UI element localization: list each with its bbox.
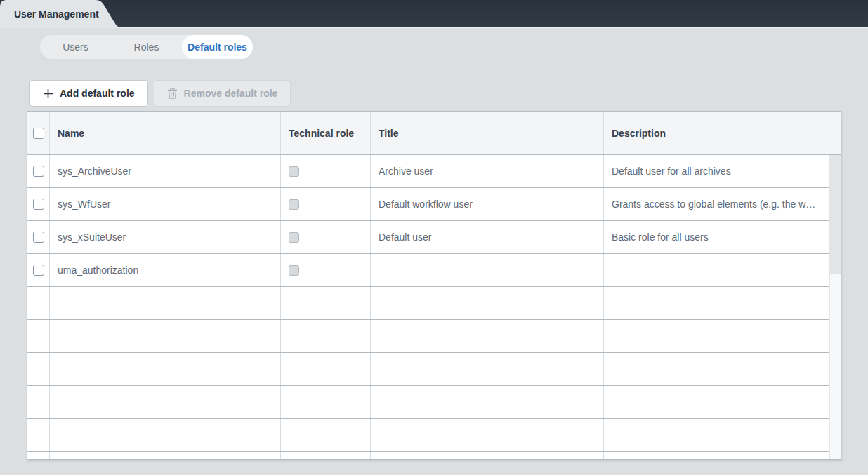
toolbar: Add default role Remove default role xyxy=(29,80,291,107)
cell-name: sys_ArchiveUser xyxy=(50,155,281,187)
table-header: Name Technical role Title Description xyxy=(27,112,841,155)
view-switcher: Users Roles Default roles xyxy=(40,35,253,59)
cell-title xyxy=(371,254,604,286)
add-default-role-label: Add default role xyxy=(60,88,135,99)
table-row[interactable]: sys_ArchiveUser Archive user Default use… xyxy=(27,155,829,188)
technical-role-checkbox xyxy=(289,166,299,177)
remove-default-role-label: Remove default role xyxy=(184,88,278,99)
technical-role-checkbox xyxy=(289,199,299,210)
row-checkbox[interactable] xyxy=(33,199,44,210)
table-row-empty xyxy=(27,419,829,452)
cell-description: Basic role for all users xyxy=(604,221,829,253)
table-row-empty xyxy=(27,320,829,353)
column-header-name[interactable]: Name xyxy=(50,112,281,154)
scrollbar-thumb[interactable] xyxy=(830,155,841,274)
trash-icon xyxy=(167,88,178,99)
app-window: User Management Users Roles Default role… xyxy=(0,0,868,475)
empty-cell xyxy=(50,287,281,319)
empty-cell xyxy=(604,419,829,451)
tab-roles[interactable]: Roles xyxy=(111,35,182,59)
empty-cell xyxy=(604,452,829,459)
table-rows: sys_ArchiveUser Archive user Default use… xyxy=(27,155,829,459)
row-select-cell xyxy=(27,221,50,253)
default-roles-table: Name Technical role Title Description sy… xyxy=(27,111,841,460)
empty-cell xyxy=(371,320,604,352)
empty-cell xyxy=(50,353,281,385)
row-select-cell xyxy=(27,254,50,286)
cell-description: Grants access to global elements (e.g. t… xyxy=(604,188,829,220)
row-select-cell xyxy=(27,155,50,187)
empty-cell xyxy=(27,320,50,352)
empty-cell xyxy=(371,419,604,451)
vertical-scrollbar[interactable] xyxy=(829,155,841,459)
technical-role-checkbox xyxy=(289,232,299,243)
cell-name: sys_xSuiteUser xyxy=(50,221,281,253)
header-scrollbar-spacer xyxy=(829,112,841,154)
table-row-empty xyxy=(27,287,829,320)
empty-cell xyxy=(281,287,371,319)
row-checkbox[interactable] xyxy=(33,232,44,243)
table-row[interactable]: uma_authorization xyxy=(27,254,829,287)
empty-cell xyxy=(281,452,371,459)
empty-cell xyxy=(27,419,50,451)
empty-cell xyxy=(281,386,371,418)
remove-default-role-button: Remove default role xyxy=(154,80,291,107)
tab-title: User Management xyxy=(14,0,99,28)
cell-description: Default user for all archives xyxy=(604,155,829,187)
empty-cell xyxy=(604,353,829,385)
cell-technical-role xyxy=(281,188,371,220)
cell-description xyxy=(604,254,829,286)
cell-title: Default user xyxy=(371,221,604,253)
cell-title: Archive user xyxy=(371,155,604,187)
empty-cell xyxy=(281,320,371,352)
empty-cell xyxy=(27,353,50,385)
empty-cell xyxy=(604,320,829,352)
table-row[interactable]: sys_xSuiteUser Default user Basic role f… xyxy=(27,221,829,254)
empty-cell xyxy=(371,353,604,385)
column-header-technical-role[interactable]: Technical role xyxy=(281,112,371,154)
row-checkbox[interactable] xyxy=(33,166,44,177)
cell-technical-role xyxy=(281,155,371,187)
technical-role-checkbox xyxy=(289,265,299,276)
cell-name: uma_authorization xyxy=(50,254,281,286)
table-body: sys_ArchiveUser Archive user Default use… xyxy=(27,155,841,459)
window-tab-bar: User Management xyxy=(0,0,868,28)
empty-cell xyxy=(50,419,281,451)
tab-users[interactable]: Users xyxy=(40,35,111,59)
empty-cell xyxy=(371,287,604,319)
empty-cell xyxy=(371,452,604,459)
table-row[interactable]: sys_WfUser Default workflow user Grants … xyxy=(27,188,829,221)
row-checkbox[interactable] xyxy=(33,265,44,276)
empty-cell xyxy=(50,386,281,418)
empty-cell xyxy=(50,320,281,352)
empty-cell xyxy=(27,386,50,418)
table-row-empty xyxy=(27,452,829,459)
column-header-description[interactable]: Description xyxy=(604,112,829,154)
row-select-cell xyxy=(27,188,50,220)
table-row-empty xyxy=(27,353,829,386)
column-header-title[interactable]: Title xyxy=(371,112,604,154)
tab-user-management[interactable]: User Management xyxy=(0,0,126,28)
tab-default-roles[interactable]: Default roles xyxy=(182,35,253,59)
empty-cell xyxy=(281,353,371,385)
cell-technical-role xyxy=(281,254,371,286)
table-row-empty xyxy=(27,386,829,419)
select-all-checkbox[interactable] xyxy=(33,128,44,139)
cell-title: Default workflow user xyxy=(371,188,604,220)
cell-technical-role xyxy=(281,221,371,253)
empty-cell xyxy=(604,386,829,418)
empty-cell xyxy=(604,287,829,319)
plus-icon xyxy=(43,88,53,99)
header-select-all-cell xyxy=(27,112,50,154)
empty-cell xyxy=(27,452,50,459)
empty-cell xyxy=(371,386,604,418)
empty-cell xyxy=(281,419,371,451)
add-default-role-button[interactable]: Add default role xyxy=(29,80,148,107)
cell-name: sys_WfUser xyxy=(50,188,281,220)
empty-cell xyxy=(50,452,281,459)
empty-cell xyxy=(27,287,50,319)
